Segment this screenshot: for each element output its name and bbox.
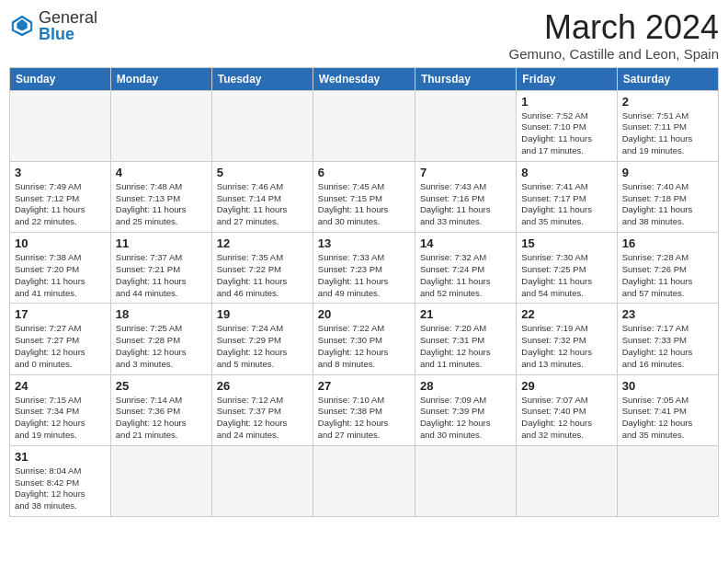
day-number: 10 [15, 236, 106, 250]
day-number: 9 [622, 166, 713, 179]
calendar-cell: 18Sunrise: 7:25 AM Sunset: 7:28 PM Dayli… [110, 304, 211, 374]
day-info: Sunrise: 7:22 AM Sunset: 7:30 PM Dayligh… [318, 323, 410, 370]
calendar-cell [211, 445, 313, 516]
day-number: 7 [420, 166, 511, 179]
calendar-cell [415, 90, 516, 161]
day-number: 23 [622, 307, 713, 321]
calendar-cell [313, 90, 415, 161]
day-number: 26 [217, 379, 308, 393]
column-header-sunday: Sunday [10, 67, 111, 90]
month-title: March 2024 [509, 9, 719, 46]
column-header-saturday: Saturday [617, 67, 718, 90]
calendar-cell: 2Sunrise: 7:51 AM Sunset: 7:11 PM Daylig… [617, 90, 718, 161]
day-info: Sunrise: 7:37 AM Sunset: 7:21 PM Dayligh… [116, 252, 207, 299]
column-header-monday: Monday [110, 67, 211, 90]
day-info: Sunrise: 7:32 AM Sunset: 7:24 PM Dayligh… [420, 252, 511, 299]
generalblue-logo-icon [9, 13, 35, 39]
day-info: Sunrise: 7:49 AM Sunset: 7:12 PM Dayligh… [15, 181, 106, 228]
calendar-cell: 17Sunrise: 7:27 AM Sunset: 7:27 PM Dayli… [10, 304, 111, 374]
day-number: 20 [318, 307, 410, 321]
day-info: Sunrise: 7:52 AM Sunset: 7:10 PM Dayligh… [521, 110, 611, 157]
day-number: 17 [15, 307, 106, 321]
day-info: Sunrise: 7:19 AM Sunset: 7:32 PM Dayligh… [521, 323, 611, 370]
day-info: Sunrise: 7:12 AM Sunset: 7:37 PM Dayligh… [217, 395, 308, 442]
calendar-cell: 16Sunrise: 7:28 AM Sunset: 7:26 PM Dayli… [617, 233, 718, 304]
calendar-cell: 30Sunrise: 7:05 AM Sunset: 7:41 PM Dayli… [617, 374, 718, 445]
day-info: Sunrise: 7:33 AM Sunset: 7:23 PM Dayligh… [318, 252, 410, 299]
calendar-cell: 3Sunrise: 7:49 AM Sunset: 7:12 PM Daylig… [10, 161, 111, 232]
day-info: Sunrise: 7:15 AM Sunset: 7:34 PM Dayligh… [15, 395, 106, 442]
calendar-cell: 7Sunrise: 7:43 AM Sunset: 7:16 PM Daylig… [415, 161, 516, 232]
calendar-cell: 23Sunrise: 7:17 AM Sunset: 7:33 PM Dayli… [617, 304, 718, 374]
day-info: Sunrise: 7:25 AM Sunset: 7:28 PM Dayligh… [116, 323, 207, 370]
calendar-cell [415, 445, 516, 516]
day-number: 6 [318, 166, 410, 179]
calendar-week-4: 17Sunrise: 7:27 AM Sunset: 7:27 PM Dayli… [10, 304, 719, 374]
calendar-cell: 20Sunrise: 7:22 AM Sunset: 7:30 PM Dayli… [313, 304, 415, 374]
calendar-cell [313, 445, 415, 516]
day-info: Sunrise: 7:05 AM Sunset: 7:41 PM Dayligh… [622, 395, 713, 442]
calendar-cell: 5Sunrise: 7:46 AM Sunset: 7:14 PM Daylig… [211, 161, 313, 232]
day-info: Sunrise: 7:20 AM Sunset: 7:31 PM Dayligh… [420, 323, 511, 370]
day-number: 28 [420, 379, 511, 393]
column-header-wednesday: Wednesday [313, 67, 415, 90]
day-number: 22 [521, 307, 611, 321]
day-number: 15 [521, 236, 611, 250]
day-info: Sunrise: 7:30 AM Sunset: 7:25 PM Dayligh… [521, 252, 611, 299]
day-number: 3 [15, 166, 106, 179]
day-number: 8 [521, 166, 611, 179]
day-info: Sunrise: 7:24 AM Sunset: 7:29 PM Dayligh… [217, 323, 308, 370]
calendar-cell: 13Sunrise: 7:33 AM Sunset: 7:23 PM Dayli… [313, 233, 415, 304]
calendar-cell: 6Sunrise: 7:45 AM Sunset: 7:15 PM Daylig… [313, 161, 415, 232]
calendar-cell [110, 445, 211, 516]
calendar-cell [211, 90, 313, 161]
day-number: 25 [116, 379, 207, 393]
logo: General Blue [9, 9, 97, 42]
day-info: Sunrise: 7:28 AM Sunset: 7:26 PM Dayligh… [622, 252, 713, 299]
day-info: Sunrise: 7:45 AM Sunset: 7:15 PM Dayligh… [318, 181, 410, 228]
day-number: 14 [420, 236, 511, 250]
subtitle: Gemuno, Castille and Leon, Spain [509, 46, 719, 62]
day-number: 24 [15, 379, 106, 393]
day-info: Sunrise: 7:41 AM Sunset: 7:17 PM Dayligh… [521, 181, 611, 228]
day-number: 16 [622, 236, 713, 250]
calendar-cell [517, 445, 617, 516]
day-info: Sunrise: 7:14 AM Sunset: 7:36 PM Dayligh… [116, 395, 207, 442]
day-info: Sunrise: 7:46 AM Sunset: 7:14 PM Dayligh… [217, 181, 308, 228]
title-section: March 2024 Gemuno, Castille and Leon, Sp… [509, 9, 719, 62]
day-number: 2 [622, 95, 713, 109]
calendar-cell: 10Sunrise: 7:38 AM Sunset: 7:20 PM Dayli… [10, 233, 111, 304]
calendar-cell: 24Sunrise: 7:15 AM Sunset: 7:34 PM Dayli… [10, 374, 111, 445]
calendar-cell: 12Sunrise: 7:35 AM Sunset: 7:22 PM Dayli… [211, 233, 313, 304]
day-info: Sunrise: 7:07 AM Sunset: 7:40 PM Dayligh… [521, 395, 611, 442]
day-info: Sunrise: 7:43 AM Sunset: 7:16 PM Dayligh… [420, 181, 511, 228]
calendar-cell: 4Sunrise: 7:48 AM Sunset: 7:13 PM Daylig… [110, 161, 211, 232]
day-number: 11 [116, 236, 207, 250]
calendar-header-row: SundayMondayTuesdayWednesdayThursdayFrid… [10, 67, 719, 90]
day-info: Sunrise: 8:04 AM Sunset: 8:42 PM Dayligh… [15, 465, 106, 512]
day-number: 12 [217, 236, 308, 250]
calendar-cell: 19Sunrise: 7:24 AM Sunset: 7:29 PM Dayli… [211, 304, 313, 374]
calendar-cell: 25Sunrise: 7:14 AM Sunset: 7:36 PM Dayli… [110, 374, 211, 445]
calendar-week-3: 10Sunrise: 7:38 AM Sunset: 7:20 PM Dayli… [10, 233, 719, 304]
day-info: Sunrise: 7:09 AM Sunset: 7:39 PM Dayligh… [420, 395, 511, 442]
calendar-cell: 27Sunrise: 7:10 AM Sunset: 7:38 PM Dayli… [313, 374, 415, 445]
calendar-cell: 22Sunrise: 7:19 AM Sunset: 7:32 PM Dayli… [517, 304, 617, 374]
calendar-cell [617, 445, 718, 516]
calendar-cell: 29Sunrise: 7:07 AM Sunset: 7:40 PM Dayli… [517, 374, 617, 445]
day-number: 21 [420, 307, 511, 321]
day-info: Sunrise: 7:35 AM Sunset: 7:22 PM Dayligh… [217, 252, 308, 299]
day-number: 1 [521, 95, 611, 109]
calendar-cell: 21Sunrise: 7:20 AM Sunset: 7:31 PM Dayli… [415, 304, 516, 374]
calendar-cell: 26Sunrise: 7:12 AM Sunset: 7:37 PM Dayli… [211, 374, 313, 445]
day-number: 4 [116, 166, 207, 179]
calendar-cell: 14Sunrise: 7:32 AM Sunset: 7:24 PM Dayli… [415, 233, 516, 304]
header: General Blue March 2024 Gemuno, Castille… [9, 9, 719, 62]
calendar-cell: 1Sunrise: 7:52 AM Sunset: 7:10 PM Daylig… [517, 90, 617, 161]
calendar-cell [110, 90, 211, 161]
calendar-cell [10, 90, 111, 161]
calendar-week-6: 31Sunrise: 8:04 AM Sunset: 8:42 PM Dayli… [10, 445, 719, 516]
logo-text: General Blue [39, 9, 97, 42]
day-info: Sunrise: 7:27 AM Sunset: 7:27 PM Dayligh… [15, 323, 106, 370]
calendar-cell: 9Sunrise: 7:40 AM Sunset: 7:18 PM Daylig… [617, 161, 718, 232]
